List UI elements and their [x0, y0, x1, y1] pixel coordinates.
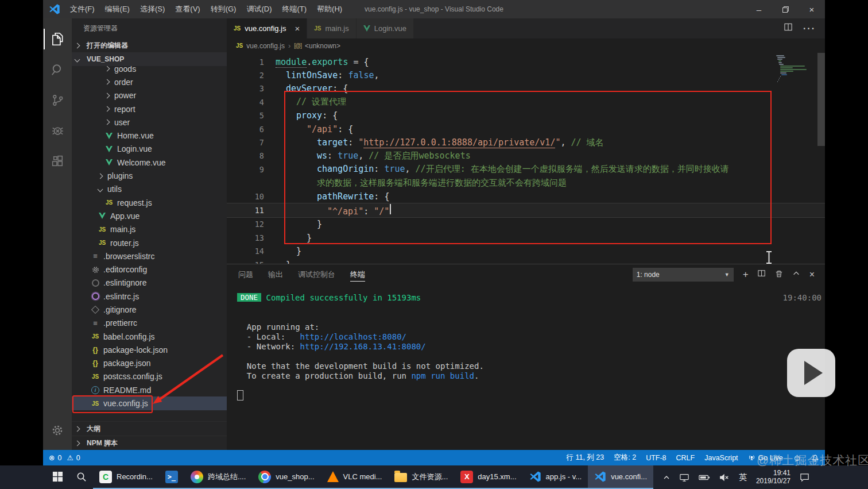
activity-explorer-icon[interactable]: [44, 25, 71, 53]
tree-item-power[interactable]: power: [72, 89, 227, 102]
problems-status[interactable]: ⊗0 ⚠0: [49, 453, 80, 462]
tree-item-.gitignore[interactable]: .gitignore: [72, 303, 227, 316]
code-line-wrap[interactable]: 求的数据，这样服务端和服务端进行数据的交互就不会有跨域问题: [227, 176, 825, 190]
taskbar--button[interactable]: 文件资源...: [388, 465, 454, 489]
tab-login.vue[interactable]: Login.vue: [356, 18, 414, 38]
taskbar-recordin-button[interactable]: CRecordin...: [93, 465, 159, 489]
code-line-1[interactable]: 1module.exports = {: [227, 55, 825, 68]
code-line-11[interactable]: 11"^/api": "/": [227, 203, 825, 217]
tree-item-.eslintrc.js[interactable]: .eslintrc.js: [72, 290, 227, 303]
taskbar--button[interactable]: 跨域总结....: [184, 465, 252, 489]
tray-clock[interactable]: 19:41 2019/10/27: [756, 469, 790, 485]
code-line-3[interactable]: 3devServer: {: [227, 82, 825, 95]
taskbar-day15xm-button[interactable]: Xday15.xm...: [454, 465, 522, 489]
tree-item-request.js[interactable]: JSrequest.js: [72, 196, 227, 209]
taskbar-start-button[interactable]: [46, 465, 69, 489]
notifications-bell-icon[interactable]: [811, 454, 819, 462]
code-line-14[interactable]: 14}: [227, 244, 825, 257]
tree-item-router.js[interactable]: JSrouter.js: [72, 236, 227, 249]
close-panel-icon[interactable]: ×: [809, 269, 815, 280]
go-live-button[interactable]: Go Live: [748, 454, 783, 462]
taskbar-search-button[interactable]: [69, 465, 93, 489]
project-root-section[interactable]: VUE_SHOP: [72, 52, 227, 66]
code-line-9[interactable]: 9changOrigin: true, //开启代理: 在本地会创建一个虚拟服务…: [227, 163, 825, 176]
open-editors-section[interactable]: 打开的编辑器: [72, 38, 227, 52]
tray-battery-icon[interactable]: [699, 473, 710, 482]
code-line-2[interactable]: 2lintOnSave: false,: [227, 68, 825, 82]
tree-item-postcss.config.js[interactable]: JSpostcss.config.js: [72, 370, 227, 383]
terminal-output[interactable]: DONE Compiled successfully in 15193ms19:…: [227, 284, 825, 450]
tree-item-report[interactable]: report: [72, 102, 227, 115]
status-item[interactable]: JavaScript: [704, 454, 738, 462]
editor-scrollbar[interactable]: [817, 53, 825, 146]
close-tab-icon[interactable]: ×: [295, 24, 300, 33]
tree-item-goods[interactable]: goods: [72, 66, 227, 75]
code-editor[interactable]: 1module.exports = {2lintOnSave: false,3d…: [227, 53, 825, 264]
menu-s[interactable]: 选择(S): [135, 0, 170, 18]
tray-volume-mute-icon[interactable]: [719, 473, 730, 482]
tree-item-babel.config.js[interactable]: JSbabel.config.js: [72, 330, 227, 343]
breadcrumb[interactable]: JS vue.config.js › [@] <unknown>: [227, 38, 825, 53]
tree-item-vue.config.js[interactable]: JSvue.config.js: [72, 396, 227, 410]
panel-tab-输出[interactable]: 输出: [268, 264, 283, 284]
activity-source-control-icon[interactable]: [44, 86, 71, 114]
code-line-12[interactable]: 12}: [227, 218, 825, 231]
kill-terminal-icon[interactable]: [775, 269, 783, 280]
tab-main.js[interactable]: JSmain.js: [307, 18, 356, 38]
maximize-panel-icon[interactable]: [792, 269, 800, 279]
restore-button[interactable]: [772, 0, 799, 18]
close-window-button[interactable]: ×: [799, 0, 825, 18]
outline-section[interactable]: 大纲: [72, 421, 227, 436]
tree-item-.prettierrc[interactable]: ≡.prettierrc: [72, 317, 227, 330]
code-line-4[interactable]: 4// 设置代理: [227, 95, 825, 109]
npm-scripts-section[interactable]: NPM 脚本: [72, 436, 227, 450]
menu-e[interactable]: 编辑(E): [100, 0, 135, 18]
menu-h[interactable]: 帮助(H): [312, 0, 347, 18]
tab-vue.config.js[interactable]: JSvue.config.js×: [227, 18, 307, 38]
panel-tab-问题[interactable]: 问题: [238, 264, 253, 284]
feedback-smiley-icon[interactable]: ☺: [793, 453, 801, 463]
tree-item-.browserslistrc[interactable]: ≡.browserslistrc: [72, 249, 227, 263]
tree-item-welcome.vue[interactable]: Welcome.vue: [72, 156, 227, 169]
code-line-7[interactable]: 7target: "http://127.0.0.1:8888/api/priv…: [227, 136, 825, 149]
menu-t[interactable]: 终端(T): [277, 0, 312, 18]
new-terminal-icon[interactable]: +: [743, 269, 749, 280]
tree-item-packagelock.json[interactable]: {}package-lock.json: [72, 343, 227, 356]
code-line-13[interactable]: 13}: [227, 231, 825, 244]
activity-debug-icon[interactable]: [44, 117, 71, 144]
tree-item-.eslintignore[interactable]: .eslintignore: [72, 276, 227, 290]
panel-tab-调试控制台[interactable]: 调试控制台: [298, 264, 335, 284]
activity-search-icon[interactable]: [44, 56, 71, 83]
code-line-8[interactable]: 8ws: true, // 是否启用websockets: [227, 149, 825, 163]
taskbar-powershell-button[interactable]: >_: [159, 465, 184, 489]
breadcrumb-file[interactable]: vue.config.js: [246, 42, 285, 50]
taskbar-vueshop-button[interactable]: vue_shop...: [252, 465, 320, 489]
taskbar-vueconfi-button[interactable]: vue.confi...: [588, 465, 653, 489]
code-line-5[interactable]: 5proxy: {: [227, 109, 825, 122]
menu-f[interactable]: 文件(F): [65, 0, 100, 18]
status-item[interactable]: UTF-8: [646, 454, 666, 462]
code-line-6[interactable]: 6"/api": {: [227, 122, 825, 136]
status-item[interactable]: 空格: 2: [614, 453, 636, 463]
action-center-icon[interactable]: [800, 472, 809, 482]
tree-item-home.vue[interactable]: Home.vue: [72, 129, 227, 142]
minimize-button[interactable]: –: [746, 0, 772, 18]
tree-item-app.vue[interactable]: App.vue: [72, 209, 227, 222]
status-item[interactable]: 行 11, 列 23: [566, 453, 604, 463]
tree-item-main.js[interactable]: JSmain.js: [72, 223, 227, 236]
more-actions-icon[interactable]: ···: [803, 24, 816, 34]
menu-d[interactable]: 调试(D): [241, 0, 277, 18]
activity-extensions-icon[interactable]: [44, 147, 71, 175]
minimap[interactable]: [776, 55, 816, 83]
code-line-10[interactable]: 10pathRewrite: {: [227, 190, 825, 203]
settings-gear-icon[interactable]: [43, 417, 72, 444]
tree-item-readme.md[interactable]: iREADME.md: [72, 383, 227, 396]
video-play-overlay-button[interactable]: [787, 349, 835, 397]
tree-item-user[interactable]: user: [72, 115, 227, 129]
tree-item-plugins[interactable]: plugins: [72, 169, 227, 182]
taskbar-appjsv-button[interactable]: app.js - v...: [523, 465, 588, 489]
taskbar-vlcmedi-button[interactable]: VLC medi...: [321, 465, 389, 489]
status-item[interactable]: CRLF: [676, 454, 695, 462]
breadcrumb-symbol[interactable]: <unknown>: [305, 42, 340, 50]
terminal-select[interactable]: 1: node ▼: [633, 268, 734, 282]
